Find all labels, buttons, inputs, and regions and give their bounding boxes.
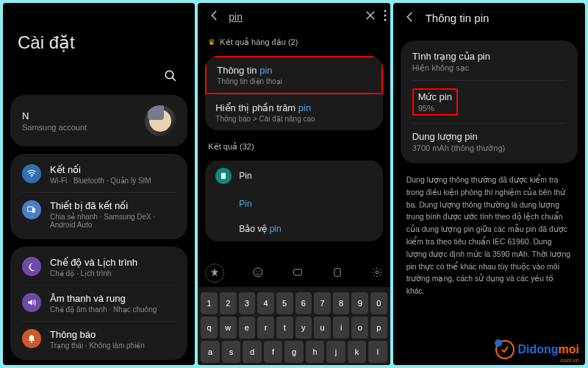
- key-l[interactable]: l: [368, 341, 387, 363]
- svg-rect-4: [32, 208, 35, 213]
- svg-rect-9: [221, 173, 226, 179]
- key-s[interactable]: s: [222, 341, 240, 363]
- key-j[interactable]: j: [326, 341, 345, 363]
- settings-item[interactable]: Thiết bị đã kết nốiChia sẻ nhanh · Samsu…: [10, 193, 187, 236]
- wifi-icon: [22, 164, 41, 183]
- more-icon[interactable]: [384, 10, 387, 24]
- key-t[interactable]: t: [276, 316, 293, 339]
- svg-rect-13: [294, 269, 302, 275]
- search-result-item[interactable]: Pin: [205, 160, 382, 191]
- key-1[interactable]: 1: [201, 292, 218, 314]
- svg-point-12: [259, 271, 259, 272]
- gif-icon[interactable]: [292, 266, 304, 280]
- key-7[interactable]: 7: [314, 292, 331, 314]
- svg-point-0: [166, 71, 174, 79]
- key-o[interactable]: o: [351, 316, 368, 339]
- item-title: Âm thanh và rung: [50, 293, 157, 304]
- search-input[interactable]: [229, 11, 357, 23]
- key-i[interactable]: i: [333, 316, 350, 339]
- key-r[interactable]: r: [257, 316, 274, 339]
- key-3[interactable]: 3: [239, 292, 256, 314]
- key-p[interactable]: p: [370, 316, 387, 339]
- key-f[interactable]: f: [264, 341, 282, 363]
- key-u[interactable]: u: [314, 316, 331, 339]
- key-6[interactable]: 6: [295, 292, 312, 314]
- key-2[interactable]: 2: [220, 292, 237, 314]
- close-icon[interactable]: [365, 10, 376, 24]
- avatar[interactable]: [145, 105, 176, 136]
- battery-description: Dung lượng thông thường đã được kiểm tra…: [393, 171, 585, 300]
- search-result-item[interactable]: Pin: [205, 191, 382, 216]
- info-item[interactable]: Mức pin95%: [401, 81, 578, 123]
- svg-point-7: [384, 15, 387, 17]
- svg-line-1: [173, 77, 176, 81]
- svg-point-8: [384, 19, 387, 21]
- page-title: Thông tin pin: [426, 12, 490, 24]
- svg-point-6: [384, 10, 387, 13]
- info-item[interactable]: Dung lượng pin3700 mAh (thông thường): [401, 124, 578, 160]
- svg-point-11: [256, 271, 257, 272]
- keyboard[interactable]: 1234567890qwertyuiopasdfghjklzxcvbnm!#1,…: [198, 287, 390, 365]
- settings-item[interactable]: Âm thanh và rungChế độ âm thanh · Nhạc c…: [10, 286, 187, 321]
- key-d[interactable]: d: [243, 341, 261, 363]
- search-result-item[interactable]: Thông tin pinThông tin điện thoại: [205, 56, 382, 94]
- settings-icon[interactable]: [371, 266, 383, 280]
- item-title: Chế độ và Lịch trình: [50, 257, 137, 268]
- item-title: Kết nối: [50, 164, 151, 175]
- account-sub: Samsung account: [22, 123, 87, 132]
- item-desc: Chia sẻ nhanh · Samsung DeX · Android Au…: [50, 213, 176, 229]
- back-icon[interactable]: [208, 9, 221, 24]
- bell-icon: [22, 329, 41, 348]
- svg-point-15: [376, 271, 379, 274]
- key-a[interactable]: a: [201, 341, 219, 363]
- item-desc: Wi-Fi · Bluetooth · Quản lý SIM: [50, 177, 151, 185]
- clipboard-icon[interactable]: [331, 266, 343, 280]
- key-8[interactable]: 8: [333, 292, 350, 314]
- key-q[interactable]: q: [201, 316, 218, 339]
- svg-point-2: [31, 176, 32, 177]
- settings-title: Cài đặt: [3, 3, 195, 65]
- key-k[interactable]: k: [348, 341, 366, 363]
- top-results-header: ♛ Kết quả hàng đầu (2): [198, 30, 390, 52]
- key-9[interactable]: 9: [351, 292, 368, 314]
- account-card[interactable]: N Samsung account: [10, 95, 187, 146]
- emoji-icon[interactable]: [252, 266, 264, 280]
- item-desc: Trạng thái · Không làm phiền: [50, 342, 145, 350]
- svg-rect-14: [334, 268, 340, 276]
- crown-icon: ♛: [208, 38, 215, 47]
- watermark-logo: Didongmoi .com.vn: [495, 340, 579, 359]
- key-4[interactable]: 4: [257, 292, 274, 314]
- key-g[interactable]: g: [284, 341, 303, 363]
- info-item[interactable]: Tình trạng của pinHiện không sạc: [401, 43, 578, 80]
- svg-point-5: [31, 342, 32, 343]
- search-icon[interactable]: [164, 69, 177, 85]
- moon-icon: [22, 257, 41, 276]
- item-desc: Chế độ âm thanh · Nhạc chuông: [50, 305, 157, 314]
- back-icon[interactable]: [404, 10, 417, 26]
- kbd-tools-icon[interactable]: [205, 263, 224, 283]
- search-result-item[interactable]: Hiển thị phần trăm pinThông báo > Cài đặ…: [205, 95, 382, 130]
- results-header: Kết quả (32): [198, 135, 390, 156]
- search-result-item[interactable]: Bảo vệ pin: [205, 216, 382, 241]
- sound-icon: [22, 293, 41, 312]
- settings-item[interactable]: Kết nốiWi-Fi · Bluetooth · Quản lý SIM: [10, 157, 187, 192]
- settings-item[interactable]: Chế độ và Lịch trìnhChế độ · Lịch trình: [10, 250, 187, 285]
- item-desc: Chế độ · Lịch trình: [50, 269, 137, 277]
- app-icon: [215, 168, 232, 184]
- key-5[interactable]: 5: [276, 292, 293, 314]
- account-name: N: [22, 110, 87, 121]
- key-y[interactable]: y: [295, 316, 312, 339]
- key-h[interactable]: h: [306, 341, 324, 363]
- settings-item[interactable]: Thông báoTrạng thái · Không làm phiền: [10, 322, 187, 357]
- item-title: Thông báo: [50, 329, 145, 340]
- key-0[interactable]: 0: [370, 292, 387, 314]
- item-title: Thiết bị đã kết nối: [50, 200, 176, 211]
- devices-icon: [22, 200, 41, 219]
- key-e[interactable]: e: [239, 316, 256, 339]
- svg-point-10: [254, 268, 262, 277]
- key-w[interactable]: w: [220, 316, 237, 339]
